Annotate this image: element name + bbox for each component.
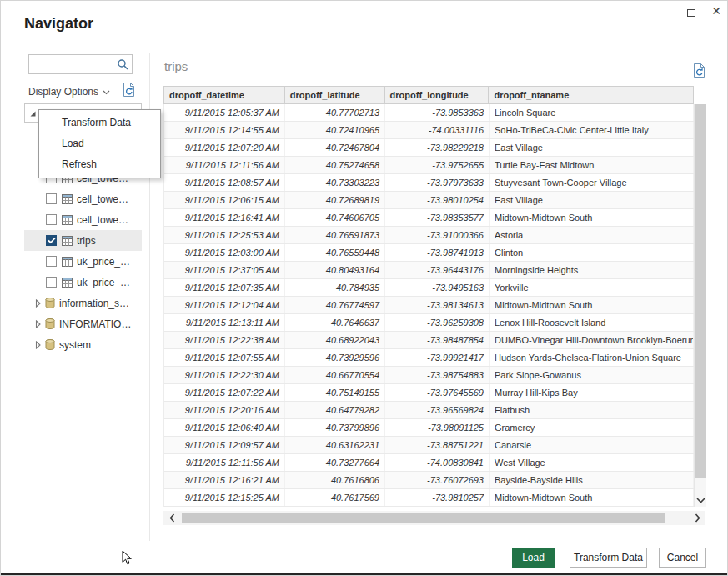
window-bottom-edge [1,573,727,575]
checkbox-checked[interactable] [46,235,57,246]
navigator-dialog: Navigator ✕ Display Options cell_towe…ce… [0,0,728,576]
refresh-icon[interactable] [123,83,135,100]
tree-item-informatio[interactable]: INFORMATIO… [24,313,142,334]
table-cell: 9/11/2015 12:08:57 AM [164,174,285,191]
table-cell: -73.98487854 [385,332,490,348]
table-cell: 40.73303223 [285,174,385,191]
table-row: 9/11/2015 12:05:37 AM40.77702713-73.9853… [164,104,694,122]
table-cell: 40.80493164 [285,262,385,278]
table-row: 9/11/2015 12:11:56 AM40.75274658-73.9752… [164,157,694,174]
expand-arrow-icon[interactable] [35,320,42,328]
database-icon [45,339,55,350]
table-cell: 9/11/2015 12:22:30 AM [164,367,285,383]
table-row: 9/11/2015 12:16:41 AM40.74606705-73.9835… [164,209,694,227]
search-icon[interactable] [113,58,132,70]
table-row: 9/11/2015 12:06:15 AM40.72689819-73.9801… [164,192,694,209]
table-cell: 9/11/2015 12:07:20 AM [164,139,285,156]
table-cell: 40.72689819 [285,192,385,208]
table-cell: 40.7616806 [285,472,385,488]
table-cell: 40.75149155 [285,384,385,401]
scroll-down-icon [696,492,705,507]
search-input[interactable] [29,55,113,73]
table-cell: 9/11/2015 12:05:37 AM [164,104,285,121]
table-cell: -74.00331116 [385,122,490,138]
checkbox[interactable] [46,256,57,267]
table-row: 9/11/2015 12:07:35 AM40.784935-73.949516… [164,279,694,297]
transform-data-button[interactable]: Transform Data [570,548,647,568]
menu-item-refresh[interactable]: Refresh [39,154,160,175]
table-row: 9/11/2015 12:16:21 AM40.7616806-73.76072… [164,472,694,489]
scroll-left-button[interactable] [163,511,180,525]
menu-item-transform-data[interactable]: Transform Data [39,113,160,133]
checkbox[interactable] [46,193,57,204]
table-row: 9/11/2015 12:15:25 AM40.7617569-73.98102… [164,489,694,507]
table-cell: 40.63162231 [285,437,385,453]
table-row: 9/11/2015 12:14:55 AM40.72410965-74.0033… [164,122,694,139]
table-cell: 9/11/2015 12:20:16 AM [164,402,285,418]
table-cell: Hudson Yards-Chelsea-Flatiron-Union Squa… [490,349,694,366]
table-cell: 9/11/2015 12:25:53 AM [164,227,285,243]
load-button[interactable]: Load [512,548,555,568]
table-icon [62,278,73,288]
tree-item-trips[interactable]: trips [24,230,142,251]
table-cell: -73.99921417 [385,349,490,366]
table-cell: Astoria [490,227,694,243]
tree-item-system[interactable]: system [24,334,142,355]
refresh-preview-icon[interactable] [693,63,705,81]
table-cell: 9/11/2015 12:13:11 AM [164,314,285,331]
database-icon [45,298,55,308]
vertical-scrollbar[interactable] [694,104,706,507]
checkbox[interactable] [46,214,57,225]
database-icon [45,318,55,329]
table-cell: 9/11/2015 12:07:22 AM [164,384,285,401]
table-cell: 9/11/2015 12:09:57 AM [164,437,285,453]
scroll-down-button[interactable] [695,492,706,507]
table-cell: Midtown-Midtown South [490,489,694,506]
table-cell: Clinton [490,244,694,261]
tree-item-information-s[interactable]: information_s… [24,293,142,313]
scroll-right-button[interactable] [689,511,705,525]
preview-table-header: dropoff_datetimedropoff_latitudedropoff_… [163,86,694,104]
horizontal-scrollbar-thumb[interactable] [182,513,665,523]
table-row: 9/11/2015 12:08:57 AM40.73303223-73.9797… [164,174,694,192]
table-cell: -73.97645569 [385,384,490,401]
table-cell: Turtle Bay-East Midtown [490,157,694,173]
dialog-title: Navigator [24,15,93,33]
table-cell: Murray Hill-Kips Bay [490,384,694,401]
context-menu: Transform DataLoadRefresh [38,109,161,178]
table-cell: Flatbush [490,402,694,418]
chevron-down-icon [103,86,110,98]
tree-item-cell-towe[interactable]: cell_towe… [24,188,142,209]
expand-arrow-icon[interactable] [35,341,42,349]
table-cell: 40.72410965 [285,122,385,138]
restore-button[interactable] [685,7,697,18]
collapse-arrow-icon[interactable] [29,106,37,121]
navigation-tree: cell_towe…cell_towe…cell_towe…tripsuk_pr… [24,168,142,355]
table-row: 9/11/2015 12:09:57 AM40.63162231-73.8875… [164,437,694,454]
expand-arrow-icon[interactable] [35,299,42,308]
vertical-scrollbar-thumb[interactable] [695,104,706,478]
mouse-cursor-icon [122,550,133,569]
close-button[interactable]: ✕ [709,3,724,18]
column-header-dropoff-longitude: dropoff_longitude [385,87,490,103]
horizontal-scrollbar[interactable] [163,511,705,525]
table-cell: SoHo-TriBeCa-Civic Center-Little Italy [490,122,694,138]
display-options-dropdown[interactable]: Display Options [28,84,110,99]
menu-item-load[interactable]: Load [39,133,160,154]
table-row: 9/11/2015 12:07:55 AM40.73929596-73.9992… [164,349,694,367]
cancel-button[interactable]: Cancel [659,548,706,568]
table-cell: 40.73799896 [285,419,385,436]
table-row: 9/11/2015 12:12:04 AM40.76774597-73.9813… [164,297,694,314]
table-row: 9/11/2015 12:20:16 AM40.64779282-73.9656… [164,402,694,419]
table-cell: -73.9853363 [385,104,490,121]
checkbox[interactable] [46,277,57,288]
table-cell: 40.75274658 [285,157,385,173]
tree-item-uk-price[interactable]: uk_price_… [24,272,142,293]
table-cell: 40.7646637 [285,314,385,331]
tree-item-cell-towe[interactable]: cell_towe… [24,209,142,230]
table-cell: 9/11/2015 12:37:05 AM [164,262,285,278]
table-cell: -74.00830841 [385,454,490,471]
scroll-right-icon [695,511,700,526]
table-cell: 40.77702713 [285,104,385,121]
tree-item-uk-price[interactable]: uk_price_… [24,251,142,272]
